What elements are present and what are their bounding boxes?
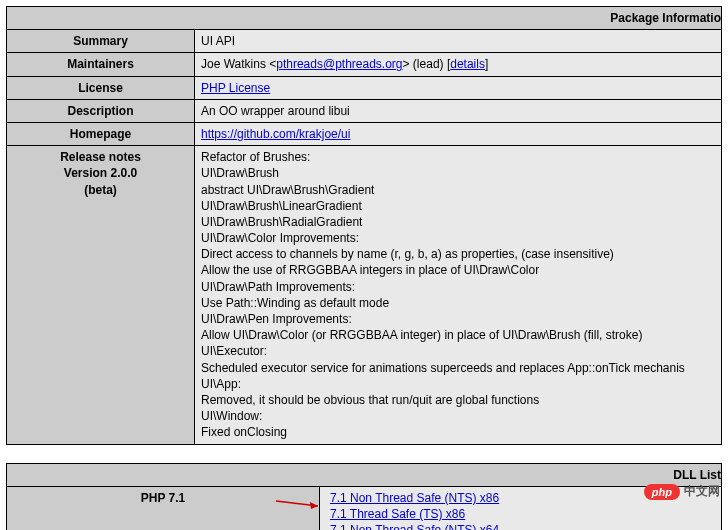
row-value: PHP License	[195, 76, 722, 99]
row-value: UI API	[195, 30, 722, 53]
table-row: Maintainers Joe Watkins <pthreads@pthrea…	[7, 53, 722, 76]
maintainer-suffix: > (lead) [	[403, 57, 451, 71]
watermark: php 中文网	[644, 483, 720, 500]
homepage-link[interactable]: https://github.com/krakjoe/ui	[201, 127, 350, 141]
php-version-label: PHP 7.1	[7, 486, 320, 530]
dll-list-table: DLL List PHP 7.1 7.1 Non Thread Safe (NT…	[6, 463, 722, 531]
table-row: Description An OO wrapper around libui	[7, 99, 722, 122]
row-label: License	[7, 76, 195, 99]
dll-link[interactable]: 7.1 Non Thread Safe (NTS) x64	[330, 523, 499, 530]
dll-list-header: DLL List	[7, 463, 722, 486]
row-label: Maintainers	[7, 53, 195, 76]
row-label: Description	[7, 99, 195, 122]
dll-link[interactable]: 7.1 Non Thread Safe (NTS) x86	[330, 491, 499, 505]
table-row: PHP 7.1 7.1 Non Thread Safe (NTS) x86 7.…	[7, 486, 722, 530]
table-row: Homepage https://github.com/krakjoe/ui	[7, 122, 722, 145]
package-info-table: Package Informatio Summary UI API Mainta…	[6, 6, 722, 445]
table-row: Summary UI API	[7, 30, 722, 53]
maintainer-after: ]	[485, 57, 488, 71]
table-row: License PHP License	[7, 76, 722, 99]
release-notes-value: Refactor of Brushes: UI\Draw\Brush abstr…	[195, 146, 722, 444]
license-link[interactable]: PHP License	[201, 81, 270, 95]
row-value: An OO wrapper around libui	[195, 99, 722, 122]
row-label: Summary	[7, 30, 195, 53]
watermark-text: 中文网	[684, 483, 720, 500]
row-label: Homepage	[7, 122, 195, 145]
row-value: https://github.com/krakjoe/ui	[195, 122, 722, 145]
row-label: Release notes Version 2.0.0 (beta)	[7, 146, 195, 444]
php-badge-icon: php	[644, 484, 680, 500]
maintainer-details-link[interactable]: details	[450, 57, 485, 71]
dll-link[interactable]: 7.1 Thread Safe (TS) x86	[330, 507, 465, 521]
maintainer-email-link[interactable]: pthreads@pthreads.org	[276, 57, 402, 71]
table-row: Release notes Version 2.0.0 (beta) Refac…	[7, 146, 722, 444]
maintainer-prefix: Joe Watkins <	[201, 57, 276, 71]
package-info-header: Package Informatio	[7, 7, 722, 30]
row-value: Joe Watkins <pthreads@pthreads.org> (lea…	[195, 53, 722, 76]
